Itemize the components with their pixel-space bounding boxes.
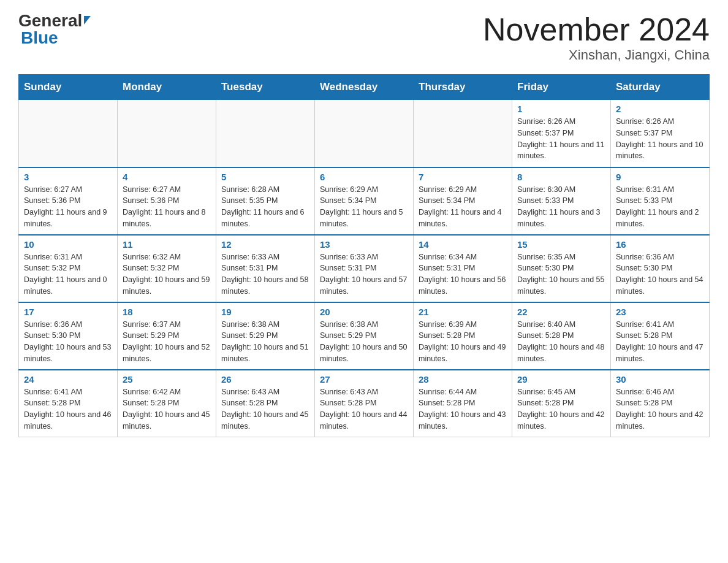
day-info: Sunrise: 6:32 AMSunset: 5:32 PMDaylight:…: [123, 251, 211, 297]
calendar-cell: 7Sunrise: 6:29 AMSunset: 5:34 PMDaylight…: [414, 167, 512, 235]
calendar-cell: 13Sunrise: 6:33 AMSunset: 5:31 PMDayligh…: [315, 235, 414, 302]
calendar-cell: 21Sunrise: 6:39 AMSunset: 5:28 PMDayligh…: [414, 302, 512, 370]
calendar-cell: [118, 100, 216, 167]
calendar-header-row: SundayMondayTuesdayWednesdayThursdayFrid…: [19, 75, 710, 100]
calendar-cell: 20Sunrise: 6:38 AMSunset: 5:29 PMDayligh…: [315, 302, 414, 370]
calendar-cell: 16Sunrise: 6:36 AMSunset: 5:30 PMDayligh…: [611, 235, 710, 302]
column-header-tuesday: Tuesday: [216, 75, 315, 100]
day-info: Sunrise: 6:39 AMSunset: 5:28 PMDaylight:…: [419, 319, 507, 365]
day-number: 25: [123, 374, 211, 385]
day-info: Sunrise: 6:26 AMSunset: 5:37 PMDaylight:…: [517, 116, 605, 162]
day-info: Sunrise: 6:27 AMSunset: 5:36 PMDaylight:…: [24, 184, 112, 230]
day-info: Sunrise: 6:26 AMSunset: 5:37 PMDaylight:…: [616, 116, 704, 162]
main-title: November 2024: [483, 12, 710, 47]
day-info: Sunrise: 6:34 AMSunset: 5:31 PMDaylight:…: [419, 251, 507, 297]
day-info: Sunrise: 6:28 AMSunset: 5:35 PMDaylight:…: [221, 184, 309, 230]
calendar-cell: 26Sunrise: 6:43 AMSunset: 5:28 PMDayligh…: [216, 370, 315, 437]
column-header-friday: Friday: [512, 75, 611, 100]
day-info: Sunrise: 6:27 AMSunset: 5:36 PMDaylight:…: [123, 184, 211, 230]
day-info: Sunrise: 6:42 AMSunset: 5:28 PMDaylight:…: [123, 386, 211, 432]
day-info: Sunrise: 6:36 AMSunset: 5:30 PMDaylight:…: [24, 319, 112, 365]
logo-general-text: General: [18, 12, 82, 29]
day-info: Sunrise: 6:43 AMSunset: 5:28 PMDaylight:…: [221, 386, 309, 432]
week-row-3: 10Sunrise: 6:31 AMSunset: 5:32 PMDayligh…: [19, 235, 710, 302]
calendar-cell: 22Sunrise: 6:40 AMSunset: 5:28 PMDayligh…: [512, 302, 611, 370]
day-number: 8: [517, 172, 605, 182]
logo-blue-text: Blue: [21, 29, 58, 47]
column-header-thursday: Thursday: [414, 75, 512, 100]
day-number: 2: [616, 104, 704, 114]
day-info: Sunrise: 6:40 AMSunset: 5:28 PMDaylight:…: [517, 319, 605, 365]
day-info: Sunrise: 6:46 AMSunset: 5:28 PMDaylight:…: [616, 386, 704, 432]
column-header-wednesday: Wednesday: [315, 75, 414, 100]
day-number: 21: [419, 307, 507, 317]
week-row-1: 1Sunrise: 6:26 AMSunset: 5:37 PMDaylight…: [19, 100, 710, 167]
day-info: Sunrise: 6:30 AMSunset: 5:33 PMDaylight:…: [517, 184, 605, 230]
week-row-2: 3Sunrise: 6:27 AMSunset: 5:36 PMDaylight…: [19, 167, 710, 235]
day-number: 30: [616, 374, 704, 385]
day-info: Sunrise: 6:35 AMSunset: 5:30 PMDaylight:…: [517, 251, 605, 297]
calendar-cell: 17Sunrise: 6:36 AMSunset: 5:30 PMDayligh…: [19, 302, 118, 370]
day-info: Sunrise: 6:41 AMSunset: 5:28 PMDaylight:…: [24, 386, 112, 432]
column-header-saturday: Saturday: [611, 75, 710, 100]
day-info: Sunrise: 6:31 AMSunset: 5:32 PMDaylight:…: [24, 251, 112, 297]
day-number: 1: [517, 104, 605, 114]
header: General Blue November 2024 Xinshan, Jian…: [18, 12, 710, 63]
calendar-cell: 28Sunrise: 6:44 AMSunset: 5:28 PMDayligh…: [414, 370, 512, 437]
calendar-cell: 14Sunrise: 6:34 AMSunset: 5:31 PMDayligh…: [414, 235, 512, 302]
calendar-cell: 4Sunrise: 6:27 AMSunset: 5:36 PMDaylight…: [118, 167, 216, 235]
calendar-cell: 25Sunrise: 6:42 AMSunset: 5:28 PMDayligh…: [118, 370, 216, 437]
calendar-cell: [216, 100, 315, 167]
calendar-table: SundayMondayTuesdayWednesdayThursdayFrid…: [18, 74, 710, 437]
calendar-cell: 19Sunrise: 6:38 AMSunset: 5:29 PMDayligh…: [216, 302, 315, 370]
logo: General Blue: [18, 12, 97, 47]
calendar-cell: 5Sunrise: 6:28 AMSunset: 5:35 PMDaylight…: [216, 167, 315, 235]
calendar-cell: 15Sunrise: 6:35 AMSunset: 5:30 PMDayligh…: [512, 235, 611, 302]
day-info: Sunrise: 6:44 AMSunset: 5:28 PMDaylight:…: [419, 386, 507, 432]
day-info: Sunrise: 6:38 AMSunset: 5:29 PMDaylight:…: [320, 319, 408, 365]
day-number: 19: [221, 307, 309, 317]
day-number: 18: [123, 307, 211, 317]
calendar-cell: 29Sunrise: 6:45 AMSunset: 5:28 PMDayligh…: [512, 370, 611, 437]
calendar-cell: 30Sunrise: 6:46 AMSunset: 5:28 PMDayligh…: [611, 370, 710, 437]
calendar-cell: 10Sunrise: 6:31 AMSunset: 5:32 PMDayligh…: [19, 235, 118, 302]
day-info: Sunrise: 6:38 AMSunset: 5:29 PMDaylight:…: [221, 319, 309, 365]
day-number: 27: [320, 374, 408, 385]
day-number: 16: [616, 239, 704, 250]
day-number: 24: [24, 374, 112, 385]
week-row-5: 24Sunrise: 6:41 AMSunset: 5:28 PMDayligh…: [19, 370, 710, 437]
day-number: 3: [24, 172, 112, 182]
day-info: Sunrise: 6:29 AMSunset: 5:34 PMDaylight:…: [419, 184, 507, 230]
calendar-cell: [19, 100, 118, 167]
calendar-cell: 23Sunrise: 6:41 AMSunset: 5:28 PMDayligh…: [611, 302, 710, 370]
day-number: 23: [616, 307, 704, 317]
day-number: 15: [517, 239, 605, 250]
day-number: 28: [419, 374, 507, 385]
day-number: 20: [320, 307, 408, 317]
sub-title: Xinshan, Jiangxi, China: [483, 47, 710, 63]
calendar-cell: [414, 100, 512, 167]
day-info: Sunrise: 6:45 AMSunset: 5:28 PMDaylight:…: [517, 386, 605, 432]
day-number: 22: [517, 307, 605, 317]
day-number: 5: [221, 172, 309, 182]
day-number: 6: [320, 172, 408, 182]
calendar-cell: [315, 100, 414, 167]
day-number: 26: [221, 374, 309, 385]
day-info: Sunrise: 6:36 AMSunset: 5:30 PMDaylight:…: [616, 251, 704, 297]
day-info: Sunrise: 6:37 AMSunset: 5:29 PMDaylight:…: [123, 319, 211, 365]
logo-arrow-icon: [84, 16, 97, 25]
calendar-cell: 12Sunrise: 6:33 AMSunset: 5:31 PMDayligh…: [216, 235, 315, 302]
day-info: Sunrise: 6:41 AMSunset: 5:28 PMDaylight:…: [616, 319, 704, 365]
calendar-cell: 27Sunrise: 6:43 AMSunset: 5:28 PMDayligh…: [315, 370, 414, 437]
title-area: November 2024 Xinshan, Jiangxi, China: [483, 12, 710, 63]
day-number: 4: [123, 172, 211, 182]
day-number: 10: [24, 239, 112, 250]
day-number: 17: [24, 307, 112, 317]
day-info: Sunrise: 6:33 AMSunset: 5:31 PMDaylight:…: [320, 251, 408, 297]
calendar-cell: 11Sunrise: 6:32 AMSunset: 5:32 PMDayligh…: [118, 235, 216, 302]
calendar-cell: 18Sunrise: 6:37 AMSunset: 5:29 PMDayligh…: [118, 302, 216, 370]
calendar-cell: 1Sunrise: 6:26 AMSunset: 5:37 PMDaylight…: [512, 100, 611, 167]
calendar-cell: 8Sunrise: 6:30 AMSunset: 5:33 PMDaylight…: [512, 167, 611, 235]
day-number: 7: [419, 172, 507, 182]
column-header-sunday: Sunday: [19, 75, 118, 100]
